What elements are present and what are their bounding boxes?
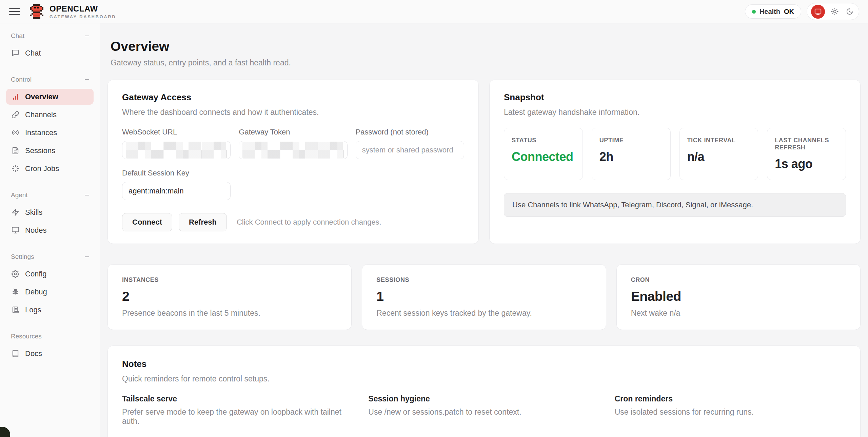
sidebar-item-sessions[interactable]: Sessions: [6, 143, 94, 159]
sidebar-item-debug[interactable]: Debug: [6, 284, 94, 300]
sidebar-item-overview[interactable]: Overview: [6, 89, 94, 105]
gateway-token-label: Gateway Token: [239, 128, 347, 137]
sidebar-item-label: Cron Jobs: [25, 164, 59, 173]
sun-icon: [831, 8, 839, 15]
app-title: OPENCLAW: [50, 4, 116, 14]
scroll-icon: [12, 306, 19, 314]
theme-dark-button[interactable]: [845, 6, 855, 17]
sidebar-item-label: Chat: [25, 49, 41, 58]
sidebar-item-label: Debug: [25, 288, 47, 296]
sidebar-item-instances[interactable]: Instances: [6, 125, 94, 141]
channels-note: Use Channels to link WhatsApp, Telegram,…: [504, 193, 846, 217]
theme-light-button[interactable]: [830, 6, 840, 17]
sidebar-item-label: Overview: [25, 92, 58, 101]
tile-label: TICK INTERVAL: [687, 137, 751, 144]
card-subtitle: Where the dashboard connects and how it …: [122, 108, 464, 117]
tile-label: STATUS: [512, 137, 575, 144]
note-title: Cron reminders: [615, 394, 846, 403]
instances-stat-card: INSTANCES 2 Presence beacons in the last…: [107, 264, 352, 330]
spinner-icon: [12, 165, 19, 172]
sidebar-item-logs[interactable]: Logs: [6, 302, 94, 318]
sidebar-item-config[interactable]: Config: [6, 266, 94, 282]
theme-toggle: [807, 3, 859, 20]
sidebar-item-label: Channels: [25, 110, 57, 119]
stat-description: Next wake n/a: [631, 309, 846, 318]
stat-value: Enabled: [631, 289, 846, 304]
sidebar-section-settings: Settings Config Debug Logs: [6, 253, 94, 318]
page-subtitle: Gateway status, entry points, and a fast…: [107, 58, 861, 67]
menu-icon[interactable]: [9, 7, 20, 16]
broadcast-icon: [12, 129, 19, 137]
tick-interval-tile: TICK INTERVAL n/a: [679, 128, 758, 180]
refresh-button[interactable]: Refresh: [179, 213, 227, 231]
sidebar-item-label: Docs: [25, 349, 42, 358]
stat-label: INSTANCES: [122, 276, 337, 284]
card-title: Gateway Access: [122, 92, 464, 103]
sidebar-item-label: Sessions: [25, 146, 55, 155]
note-title: Session hygiene: [368, 394, 599, 403]
cron-stat-card: CRON Enabled Next wake n/a: [616, 264, 861, 330]
connect-button[interactable]: Connect: [122, 213, 172, 231]
note-tailscale: Tailscale serve Prefer serve mode to kee…: [122, 394, 353, 426]
bug-icon: [12, 288, 19, 296]
card-subtitle: Quick reminders for remote control setup…: [122, 374, 846, 383]
collapse-minus-icon[interactable]: [85, 195, 89, 195]
collapse-minus-icon[interactable]: [85, 256, 89, 257]
stat-label: CRON: [631, 276, 846, 284]
websocket-url-label: WebSocket URL: [122, 128, 231, 137]
bar-chart-icon: [12, 93, 19, 101]
sidebar-item-label: Nodes: [25, 226, 47, 235]
brand: OPENCLAW GATEWAY DASHBOARD: [28, 4, 116, 19]
status-tile: STATUS Connected: [504, 128, 583, 180]
sidebar-section-agent: Agent Skills Nodes: [6, 191, 94, 238]
collapse-minus-icon[interactable]: [85, 36, 89, 36]
card-subtitle: Latest gateway handshake information.: [504, 108, 846, 117]
redacted-value: [126, 142, 227, 159]
tile-value: 2h: [599, 150, 663, 164]
gateway-access-card: Gateway Access Where the dashboard conne…: [107, 80, 479, 244]
note-title: Tailscale serve: [122, 394, 353, 403]
theme-system-button[interactable]: [811, 5, 825, 19]
collapse-minus-icon[interactable]: [85, 79, 89, 80]
sidebar-item-label: Logs: [25, 306, 41, 314]
sidebar-item-skills[interactable]: Skills: [6, 204, 94, 220]
moon-icon: [846, 8, 853, 15]
session-key-input[interactable]: [122, 182, 231, 200]
gateway-token-input[interactable]: [239, 141, 347, 159]
sidebar-item-cron-jobs[interactable]: Cron Jobs: [6, 161, 94, 176]
note-description: Use isolated sessions for recurring runs…: [615, 408, 846, 417]
redacted-value: [242, 142, 343, 159]
chat-bubble-icon: [12, 49, 19, 57]
snapshot-card: Snapshot Latest gateway handshake inform…: [489, 80, 861, 244]
uptime-tile: UPTIME 2h: [592, 128, 671, 180]
sidebar-item-nodes[interactable]: Nodes: [6, 222, 94, 238]
sidebar-item-channels[interactable]: Channels: [6, 107, 94, 123]
health-badge: Health OK: [745, 4, 801, 19]
note-cron-reminders: Cron reminders Use isolated sessions for…: [615, 394, 846, 426]
tile-label: UPTIME: [599, 137, 663, 144]
card-title: Snapshot: [504, 92, 846, 103]
websocket-url-input[interactable]: [122, 141, 231, 159]
sidebar-item-docs[interactable]: Docs: [6, 346, 94, 361]
top-bar: OPENCLAW GATEWAY DASHBOARD Health OK: [0, 0, 868, 23]
tile-value: n/a: [687, 150, 751, 164]
book-icon: [12, 350, 19, 357]
document-icon: [12, 147, 19, 154]
sidebar-item-label: Config: [25, 270, 47, 278]
section-label: Agent: [11, 191, 28, 199]
sidebar-section-control: Control Overview Channels Instances Sess…: [6, 76, 94, 176]
sidebar-item-label: Skills: [25, 208, 42, 217]
password-label: Password (not stored): [356, 128, 464, 137]
password-input[interactable]: [356, 141, 464, 159]
lobster-logo-icon: [28, 4, 45, 19]
main-content: Overview Gateway status, entry points, a…: [100, 23, 868, 437]
health-label: Health: [760, 8, 780, 16]
sidebar-item-label: Instances: [25, 128, 57, 137]
card-title: Notes: [122, 359, 846, 369]
sidebar-item-chat[interactable]: Chat: [6, 45, 94, 61]
session-key-label: Default Session Key: [122, 169, 231, 178]
last-channels-refresh-tile: LAST CHANNELS REFRESH 1s ago: [767, 128, 846, 180]
section-label: Resources: [11, 333, 42, 340]
gear-icon: [12, 270, 19, 278]
stat-value: 2: [122, 289, 337, 304]
